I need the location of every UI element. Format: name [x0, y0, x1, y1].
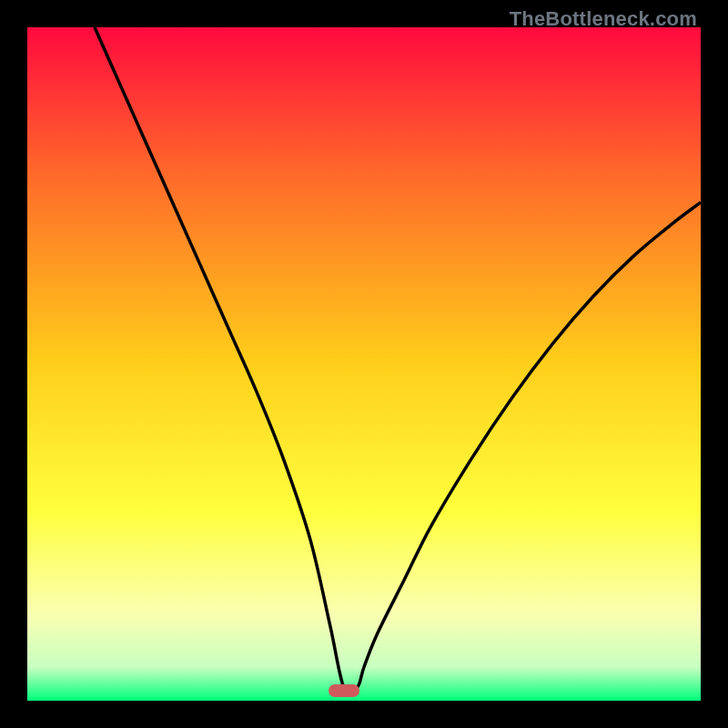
plot-area: [27, 27, 701, 701]
minimum-marker: [329, 684, 359, 697]
bottleneck-curve: [95, 27, 701, 693]
chart-container: TheBottleneck.com: [0, 0, 728, 728]
bottleneck-curve-layer: [27, 27, 701, 701]
